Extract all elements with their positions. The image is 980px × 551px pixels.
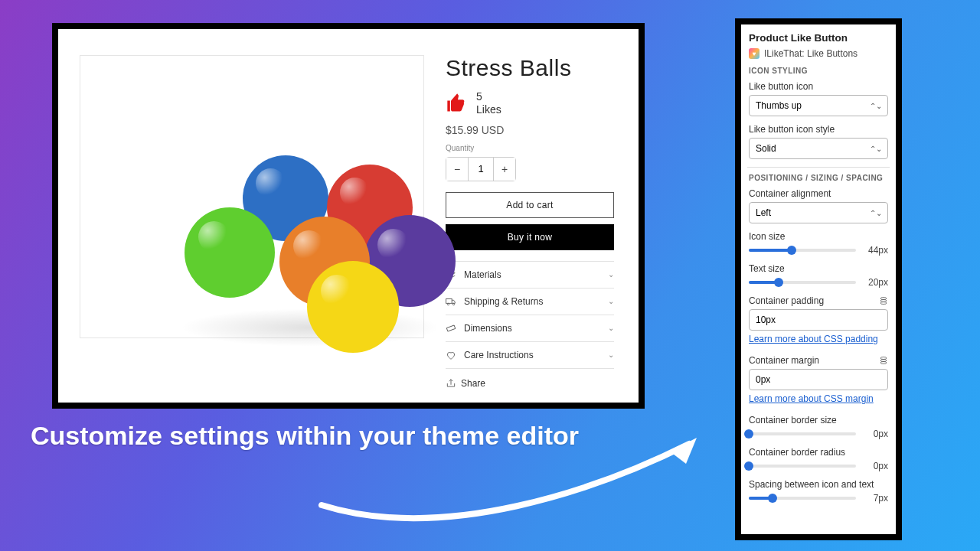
svg-rect-1 — [446, 298, 452, 303]
margin-label: Container margin — [749, 355, 819, 366]
like-label: Likes — [476, 103, 501, 116]
svg-point-7 — [880, 302, 887, 305]
chevron-down-icon: ⌄ — [608, 270, 614, 279]
accordion-materials[interactable]: Materials ⌄ — [446, 261, 614, 288]
icon-size-slider[interactable] — [749, 249, 856, 252]
text-size-label: Text size — [749, 263, 888, 274]
chevron-down-icon: ⌄ — [608, 350, 614, 359]
heart-icon — [446, 350, 456, 360]
share-icon — [446, 378, 456, 389]
svg-point-8 — [880, 357, 887, 360]
ruler-icon — [446, 323, 456, 334]
icon-size-label: Icon size — [749, 231, 888, 242]
share-button[interactable]: Share — [446, 378, 617, 389]
spacing-value: 7px — [862, 493, 888, 504]
product-preview-frame: Stress Balls 5 Likes $15.99 USD Quantity… — [52, 23, 645, 409]
margin-help-link[interactable]: Learn more about CSS margin — [749, 393, 874, 404]
app-name: ILikeThat: Like Buttons — [764, 48, 858, 59]
accordion-dimensions[interactable]: Dimensions ⌄ — [446, 315, 614, 341]
align-select[interactable]: Left — [749, 202, 888, 223]
share-label: Share — [461, 378, 485, 389]
marketing-caption: Customize settings within your theme edi… — [31, 421, 579, 451]
add-to-cart-button[interactable]: Add to cart — [446, 192, 614, 218]
qty-minus-button[interactable]: − — [446, 158, 468, 181]
buy-now-button[interactable]: Buy it now — [446, 224, 614, 250]
svg-point-9 — [880, 360, 887, 362]
padding-input[interactable] — [749, 309, 888, 331]
chevron-down-icon: ⌄ — [608, 297, 614, 305]
like-button-preview[interactable]: 5 Likes — [446, 90, 617, 116]
like-style-select[interactable]: Solid — [749, 138, 888, 159]
product-price: $15.99 USD — [446, 124, 617, 136]
accordion-care[interactable]: Care Instructions ⌄ — [446, 341, 614, 369]
accordion-label: Shipping & Returns — [464, 296, 600, 307]
thumbs-up-icon — [446, 93, 467, 114]
svg-point-3 — [452, 303, 454, 305]
border-size-label: Container border size — [749, 415, 888, 425]
align-label: Container alignment — [749, 188, 888, 199]
section-icon-styling: ICON STYLING — [749, 67, 888, 75]
svg-point-5 — [880, 298, 887, 300]
like-icon-label: Like button icon — [749, 81, 888, 92]
like-count: 5 — [476, 90, 501, 103]
text-size-value: 20px — [862, 277, 888, 288]
truck-icon — [446, 296, 456, 307]
app-icon — [749, 48, 760, 59]
chevron-down-icon: ⌄ — [608, 324, 614, 332]
text-size-slider[interactable] — [749, 281, 856, 284]
border-radius-value: 0px — [862, 461, 888, 471]
padding-label: Container padding — [749, 295, 824, 306]
product-title: Stress Balls — [446, 55, 617, 81]
padding-help-link[interactable]: Learn more about CSS padding — [749, 334, 878, 344]
margin-input[interactable] — [749, 369, 888, 390]
svg-point-10 — [880, 362, 887, 364]
stack-icon — [879, 296, 888, 305]
accordion-label: Materials — [464, 269, 600, 280]
quantity-label: Quantity — [446, 144, 617, 152]
border-radius-slider[interactable] — [749, 465, 856, 468]
icon-size-value: 44px — [862, 245, 888, 256]
like-style-label: Like button icon style — [749, 124, 888, 135]
stack-icon — [879, 356, 888, 365]
panel-title: Product Like Button — [749, 32, 888, 44]
theme-editor-panel: Product Like Button ILikeThat: Like Butt… — [735, 18, 902, 540]
spacing-label: Spacing between icon and text — [749, 479, 888, 490]
accordion-shipping[interactable]: Shipping & Returns ⌄ — [446, 288, 614, 315]
qty-input[interactable] — [468, 158, 494, 181]
svg-point-6 — [880, 300, 887, 302]
border-size-value: 0px — [862, 429, 888, 439]
accordion-label: Dimensions — [464, 323, 600, 334]
quantity-stepper[interactable]: − + — [446, 157, 516, 181]
spacing-slider[interactable] — [749, 497, 856, 500]
svg-rect-4 — [446, 325, 455, 331]
border-radius-label: Container border radius — [749, 447, 888, 458]
product-image — [80, 55, 424, 338]
section-positioning: POSITIONING / SIZING / SPACING — [749, 174, 888, 182]
border-size-slider[interactable] — [749, 432, 856, 435]
like-icon-select[interactable]: Thumbs up — [749, 95, 888, 116]
qty-plus-button[interactable]: + — [494, 158, 515, 181]
accordion-label: Care Instructions — [464, 350, 600, 360]
svg-point-2 — [447, 303, 449, 305]
